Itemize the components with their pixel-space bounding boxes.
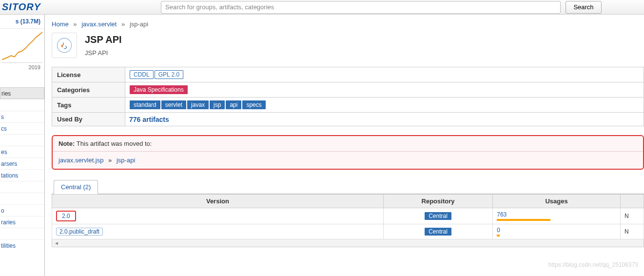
keyword-tag[interactable]: javax (187, 100, 209, 109)
sidebar-item[interactable]: tations (0, 169, 44, 181)
breadcrumb-sep: » (121, 20, 125, 28)
col-repository: Repository (383, 195, 492, 208)
version-link[interactable]: 2.0.public_draft (56, 228, 103, 236)
scroll-left-icon[interactable]: ◄ (54, 240, 59, 246)
sidebar-item[interactable] (0, 193, 44, 204)
search-button[interactable]: Search (566, 1, 602, 14)
site-logo-fragment: SITORY (0, 1, 49, 13)
usages-bar (497, 219, 550, 221)
col-usages: Usages (493, 195, 621, 208)
col-extra (620, 195, 644, 208)
page-subtitle: JSP API (85, 49, 122, 57)
usedby-link[interactable]: 776 artifacts (129, 116, 169, 123)
tab-central[interactable]: Central (2) (54, 180, 98, 194)
sidebar-item[interactable]: s (0, 111, 44, 122)
notice-sep: » (108, 157, 112, 164)
usages-count[interactable]: 763 (497, 211, 616, 218)
page-title: JSP API (85, 34, 122, 45)
content: Home » javax.servlet » jsp-api JSP API J… (45, 15, 644, 276)
moved-notice: NoteThis artifact was moved to: javax.se… (52, 135, 644, 170)
repo-badge[interactable]: Central (425, 228, 451, 236)
sidebar-item[interactable] (0, 181, 44, 193)
metadata-table: License CDDLGPL 2.0 Categories Java Spec… (52, 67, 644, 126)
sidebar-item[interactable]: arsers (0, 158, 44, 169)
license-tag[interactable]: GPL 2.0 (155, 70, 184, 79)
sidebar-item[interactable] (0, 134, 44, 146)
search-input[interactable] (161, 1, 561, 14)
sidebar-sparkline: 2019 (2, 29, 42, 63)
keyword-tag[interactable]: jsp (210, 100, 225, 109)
keyword-tag[interactable]: specs (242, 100, 265, 109)
version-row: 2.0.public_draftCentral0N (52, 224, 644, 239)
breadcrumb-artifact: jsp-api (130, 20, 148, 28)
breadcrumb-home[interactable]: Home (52, 20, 69, 28)
notice-text: This artifact was moved to: (77, 140, 152, 147)
artifact-header: JSP API JSP API (52, 33, 644, 62)
keyword-tag[interactable]: api (226, 100, 241, 109)
notice-target-group[interactable]: javax.servlet.jsp (59, 157, 103, 164)
repo-badge[interactable]: Central (425, 212, 451, 220)
watermark: https://blog.csdn.net/qq_25106373 (548, 261, 638, 268)
version-row: 2.0Central763N (52, 208, 644, 224)
tabs: Central (2) (52, 179, 644, 194)
row-extra: N (620, 224, 644, 239)
sidebar-item[interactable] (0, 228, 44, 239)
meta-label-license: License (52, 67, 125, 82)
sidebar-item[interactable]: o (0, 204, 44, 216)
usages-count[interactable]: 0 (497, 227, 616, 234)
sidebar-item[interactable]: ries (0, 87, 44, 99)
usages-bar (497, 235, 550, 237)
breadcrumb-group[interactable]: javax.servlet (81, 20, 117, 28)
notice-target-artifact[interactable]: jsp-api (117, 157, 135, 164)
versions-table: Version Repository Usages 2.0Central763N… (52, 194, 644, 239)
sidebar-stat[interactable]: s (13.7M) (0, 15, 44, 29)
sidebar: s (13.7M) 2019 riesscsesarserstationsora… (0, 15, 45, 276)
sidebar-item[interactable]: raries (0, 216, 44, 228)
notice-label: Note (59, 140, 77, 147)
row-extra: N (620, 208, 644, 224)
keyword-tag[interactable]: standard (130, 100, 160, 109)
search-wrap: Search (49, 1, 644, 14)
meta-label-usedby: Used By (52, 113, 125, 126)
table-hscroll[interactable]: ◄ (52, 239, 644, 247)
sidebar-item[interactable]: es (0, 146, 44, 158)
sidebar-item[interactable]: tilities (0, 239, 44, 251)
keyword-tag[interactable]: servlet (161, 100, 186, 109)
artifact-icon (52, 33, 77, 58)
breadcrumb: Home » javax.servlet » jsp-api (52, 20, 644, 28)
topbar: SITORY Search (0, 0, 644, 15)
sidebar-spark-year: 2019 (29, 64, 40, 70)
category-tag[interactable]: Java Specifications (130, 85, 188, 94)
breadcrumb-sep: » (73, 20, 77, 28)
meta-label-categories: Categories (52, 82, 125, 98)
col-version: Version (52, 195, 384, 208)
meta-label-tags: Tags (52, 98, 125, 113)
license-tag[interactable]: CDDL (130, 70, 154, 79)
svg-point-0 (57, 38, 71, 52)
sidebar-item[interactable]: cs (0, 122, 44, 134)
version-link[interactable]: 2.0 (56, 211, 76, 221)
sidebar-item[interactable] (0, 99, 44, 111)
